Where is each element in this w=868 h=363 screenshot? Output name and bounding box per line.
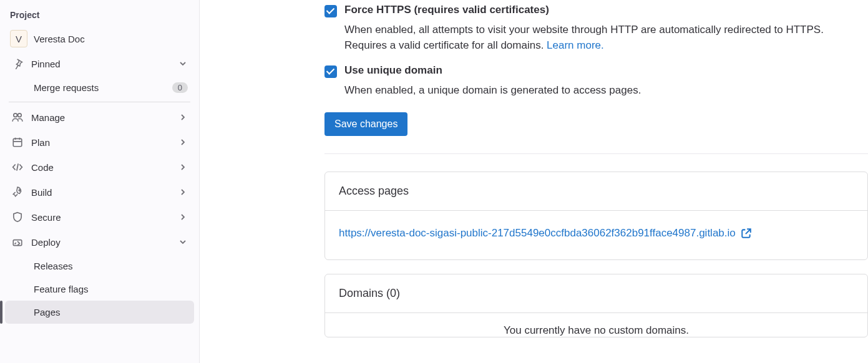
domains-panel: Domains (0) You currently have no custom… (324, 274, 868, 337)
svg-point-1 (18, 114, 22, 117)
rocket-icon (11, 186, 24, 198)
sidebar-item-deploy[interactable]: Deploy (5, 230, 194, 254)
chevron-right-icon (178, 112, 188, 122)
access-pages-heading: Access pages (325, 172, 867, 211)
build-label: Build (31, 187, 170, 198)
sidebar-sub-pages[interactable]: Pages (5, 301, 194, 324)
svg-rect-2 (13, 138, 22, 146)
force-https-setting: Force HTTPS (requires valid certificates… (324, 4, 868, 17)
sidebar-separator (9, 102, 190, 102)
chevron-right-icon (178, 162, 188, 172)
project-avatar: V (10, 30, 27, 47)
access-pages-panel: Access pages https://veresta-doc-sigasi-… (324, 172, 868, 260)
svg-point-0 (14, 114, 17, 117)
sidebar-sub-merge-requests[interactable]: Merge requests 0 (5, 76, 194, 99)
sidebar-heading: Project (5, 7, 194, 26)
users-icon (11, 111, 24, 123)
manage-label: Manage (31, 112, 170, 123)
learn-more-link[interactable]: Learn more. (547, 39, 604, 51)
chevron-right-icon (178, 137, 188, 147)
save-changes-button[interactable]: Save changes (324, 112, 407, 136)
unique-domain-description: When enabled, a unique domain is generat… (344, 83, 868, 99)
domains-heading: Domains (0) (325, 274, 867, 313)
sidebar-item-manage[interactable]: Manage (5, 105, 194, 130)
access-pages-body: https://veresta-doc-sigasi-public-217d55… (325, 211, 867, 259)
chevron-down-icon (178, 237, 188, 247)
project-name: Veresta Doc (34, 34, 85, 44)
deploy-icon (11, 236, 24, 248)
domains-empty-text: You currently have no custom domains. (325, 313, 867, 337)
pinned-label: Pinned (31, 59, 170, 69)
force-https-title: Force HTTPS (requires valid certificates… (344, 4, 549, 16)
chevron-down-icon (178, 59, 188, 69)
unique-domain-title: Use unique domain (344, 64, 442, 77)
releases-label: Releases (34, 261, 188, 271)
sidebar-item-plan[interactable]: Plan (5, 130, 194, 155)
sidebar-item-code[interactable]: Code (5, 155, 194, 180)
merge-requests-label: Merge requests (34, 82, 172, 93)
sidebar-item-build[interactable]: Build (5, 180, 194, 205)
merge-requests-badge: 0 (172, 82, 188, 93)
section-separator (324, 153, 868, 154)
calendar-icon (11, 136, 24, 148)
pages-url-text: https://veresta-doc-sigasi-public-217d55… (339, 227, 736, 240)
shield-icon (11, 211, 24, 223)
sidebar: Project V Veresta Doc Pinned Merge reque… (0, 0, 200, 363)
pages-url-link[interactable]: https://veresta-doc-sigasi-public-217d55… (339, 227, 752, 240)
sidebar-item-secure[interactable]: Secure (5, 205, 194, 230)
secure-label: Secure (31, 212, 170, 223)
main-content: Force HTTPS (requires valid certificates… (200, 0, 868, 363)
code-label: Code (31, 162, 170, 173)
pin-icon (11, 57, 24, 70)
deploy-label: Deploy (31, 237, 170, 248)
svg-rect-3 (13, 240, 22, 246)
sidebar-item-pinned[interactable]: Pinned (5, 51, 194, 76)
plan-label: Plan (31, 137, 170, 148)
unique-domain-checkbox[interactable] (324, 65, 337, 78)
code-icon (11, 161, 24, 173)
unique-domain-setting: Use unique domain (324, 64, 868, 78)
external-link-icon (741, 228, 752, 239)
chevron-right-icon (178, 187, 188, 197)
sidebar-sub-feature-flags[interactable]: Feature flags (5, 278, 194, 301)
sidebar-sub-releases[interactable]: Releases (5, 254, 194, 278)
chevron-right-icon (178, 212, 188, 222)
force-https-description: When enabled, all attempts to visit your… (344, 22, 868, 53)
pages-label: Pages (34, 307, 188, 317)
feature-flags-label: Feature flags (34, 284, 188, 294)
project-selector[interactable]: V Veresta Doc (5, 26, 194, 51)
force-https-checkbox[interactable] (324, 5, 337, 17)
